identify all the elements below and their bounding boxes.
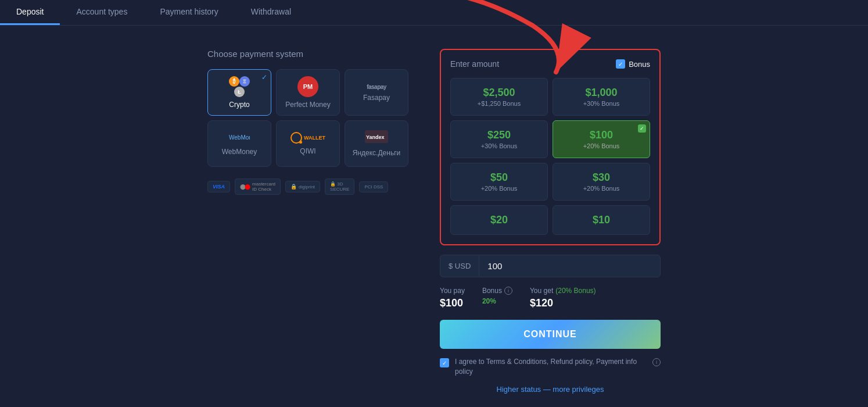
amount-value-2500: $2,500 bbox=[459, 87, 539, 99]
perfect-money-label: Perfect Money bbox=[285, 101, 330, 109]
webmoney-label: WebMoney bbox=[222, 148, 257, 156]
you-pay-value: $100 bbox=[440, 297, 465, 309]
payment-method-yandex[interactable]: Yandex Яндекс.Деньги bbox=[345, 120, 408, 167]
higher-status-link[interactable]: Higher status — more privileges bbox=[440, 385, 661, 394]
terms-info-icon[interactable]: i bbox=[652, 358, 661, 366]
amount-50[interactable]: $50 +20% Bonus bbox=[450, 163, 548, 201]
amount-value-100: $100 bbox=[561, 129, 641, 141]
bonus-check-icon: ✓ bbox=[616, 59, 625, 69]
amount-value-1000: $1,000 bbox=[561, 87, 641, 99]
amount-input-row: $ USD bbox=[440, 255, 661, 277]
amount-value-20: $20 bbox=[459, 214, 539, 226]
payment-method-perfect-money[interactable]: PM Perfect Money bbox=[276, 69, 340, 116]
bonus-summary-label: Bonus i bbox=[482, 287, 512, 295]
you-pay-label: You pay bbox=[440, 287, 465, 295]
nav-account-types[interactable]: Account types bbox=[60, 0, 144, 25]
bonus-label: Bonus bbox=[629, 60, 650, 69]
crypto-icon: ₿ Ξ Ł bbox=[229, 76, 250, 97]
amount-30[interactable]: $30 +20% Bonus bbox=[553, 163, 650, 201]
amount-value-50: $50 bbox=[459, 172, 539, 184]
digiprint-badge: 🔒digiprint bbox=[285, 181, 320, 192]
mastercard-badge: ⬤⬤ mastercardID Check bbox=[235, 178, 281, 195]
amount-20[interactable]: $20 bbox=[450, 205, 548, 235]
amount-bonus-30: +20% Bonus bbox=[561, 185, 641, 192]
nav-payment-history[interactable]: Payment history bbox=[144, 0, 234, 25]
amount-bonus-250: +30% Bonus bbox=[459, 142, 539, 149]
terms-row: ✓ I agree to Terms & Conditions, Refund … bbox=[440, 357, 661, 377]
qiwi-label: QIWI bbox=[300, 147, 315, 155]
bonus-toggle[interactable]: ✓ Bonus bbox=[616, 59, 650, 69]
amount-bonus-100: +20% Bonus bbox=[561, 142, 641, 149]
nav-deposit[interactable]: Deposit bbox=[0, 0, 60, 25]
pci-badge: PCI DSS bbox=[359, 181, 388, 192]
check-icon: ✓ bbox=[261, 73, 267, 81]
main-content: Choose payment system ✓ ₿ Ξ Ł Crypto PM … bbox=[0, 26, 868, 407]
amount-section: Enter amount ✓ Bonus $2,500 +$1,250 Bonu… bbox=[440, 49, 661, 394]
perfect-money-icon: PM bbox=[297, 76, 318, 97]
summary-row: You pay $100 Bonus i 20% You get (20% Bo… bbox=[440, 287, 661, 309]
payment-method-fasapay[interactable]: fasapay Fasapay bbox=[345, 69, 408, 116]
payment-method-qiwi[interactable]: WALLET QIWI bbox=[276, 120, 340, 167]
amount-grid: $2,500 +$1,250 Bonus $1,000 +30% Bonus $… bbox=[450, 78, 650, 235]
selected-check-icon: ✓ bbox=[638, 124, 646, 133]
continue-button[interactable]: CONTINUE bbox=[440, 320, 661, 349]
amount-250[interactable]: $250 +30% Bonus bbox=[450, 120, 548, 158]
crypto-label: Crypto bbox=[229, 101, 249, 109]
yandex-icon: Yandex bbox=[365, 130, 388, 145]
bonus-summary: Bonus i 20% bbox=[482, 287, 512, 309]
amount-100[interactable]: ✓ $100 +20% Bonus bbox=[553, 120, 650, 158]
amount-bonus-1000: +30% Bonus bbox=[561, 100, 641, 107]
fasapay-icon: fasapay bbox=[367, 84, 386, 90]
security-badges: VISA ⬤⬤ mastercardID Check 🔒digiprint 🔒 … bbox=[207, 178, 417, 195]
yandex-label: Яндекс.Деньги bbox=[353, 149, 400, 157]
you-get-label: You get (20% Bonus) bbox=[530, 287, 596, 295]
you-get-summary: You get (20% Bonus) $120 bbox=[530, 287, 596, 309]
amount-1000[interactable]: $1,000 +30% Bonus bbox=[553, 78, 650, 116]
qiwi-icon: WALLET bbox=[290, 132, 325, 144]
terms-check-icon[interactable]: ✓ bbox=[440, 358, 449, 367]
visa-badge: VISA bbox=[207, 181, 230, 192]
you-pay-summary: You pay $100 bbox=[440, 287, 465, 309]
amount-10[interactable]: $10 bbox=[553, 205, 650, 235]
svg-text:WebMoney: WebMoney bbox=[229, 134, 250, 141]
payment-method-webmoney[interactable]: WebMoney WebMoney bbox=[207, 120, 271, 167]
you-get-value: $120 bbox=[530, 297, 596, 309]
payment-section-title: Choose payment system bbox=[207, 49, 417, 59]
amount-bonus-50: +20% Bonus bbox=[459, 185, 539, 192]
bonus-summary-value: 20% bbox=[482, 297, 512, 305]
amount-value-10: $10 bbox=[561, 214, 641, 226]
amount-2500[interactable]: $2,500 +$1,250 Bonus bbox=[450, 78, 548, 116]
payment-grid: ✓ ₿ Ξ Ł Crypto PM Perfect Money fasapay … bbox=[207, 69, 417, 167]
payment-section: Choose payment system ✓ ₿ Ξ Ł Crypto PM … bbox=[207, 49, 417, 394]
amount-bonus-2500: +$1,250 Bonus bbox=[459, 100, 539, 107]
amount-box: Enter amount ✓ Bonus $2,500 +$1,250 Bonu… bbox=[440, 49, 661, 245]
nav-withdrawal[interactable]: Withdrawal bbox=[235, 0, 307, 25]
amount-header: Enter amount ✓ Bonus bbox=[450, 59, 650, 69]
currency-label: $ USD bbox=[440, 256, 479, 276]
top-navigation: Deposit Account types Payment history Wi… bbox=[0, 0, 868, 26]
amount-value-30: $30 bbox=[561, 172, 641, 184]
enter-amount-label: Enter amount bbox=[450, 59, 499, 69]
3dsecure-badge: 🔒 3DSECURE bbox=[325, 178, 354, 195]
amount-value-250: $250 bbox=[459, 129, 539, 141]
fasapay-label: Fasapay bbox=[363, 94, 390, 102]
payment-method-crypto[interactable]: ✓ ₿ Ξ Ł Crypto bbox=[207, 69, 271, 116]
amount-input[interactable] bbox=[479, 255, 660, 277]
webmoney-icon: WebMoney bbox=[229, 131, 250, 144]
terms-text: I agree to Terms & Conditions, Refund po… bbox=[455, 357, 647, 377]
svg-text:Yandex: Yandex bbox=[366, 134, 385, 140]
bonus-info-icon[interactable]: i bbox=[504, 287, 512, 295]
